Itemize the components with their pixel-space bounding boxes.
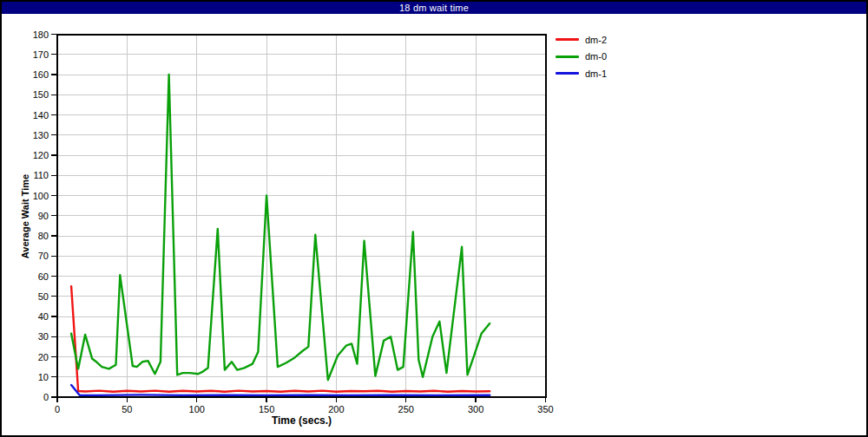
y-tick-label: 0 (43, 392, 49, 402)
legend-label: dm-1 (585, 68, 607, 79)
legend-swatch-dm-1 (556, 72, 579, 75)
y-tick-label: 150 (33, 89, 49, 100)
y-tick-label: 60 (38, 271, 49, 282)
legend-item-dm-0: dm-0 (556, 49, 607, 66)
x-tick-label: 100 (189, 404, 205, 414)
y-axis: 0102030405060708090100110120130140150160… (33, 29, 57, 403)
y-tick-label: 170 (33, 49, 49, 60)
y-tick-label: 50 (38, 291, 49, 302)
series-line-dm-0 (71, 75, 490, 380)
y-tick-label: 160 (33, 69, 49, 80)
y-tick-label: 100 (33, 191, 49, 201)
y-tick-label: 140 (33, 110, 49, 121)
x-tick-label: 300 (468, 404, 483, 414)
x-tick-label: 150 (259, 404, 274, 414)
x-tick-label: 0 (55, 404, 60, 414)
legend-item-dm-2: dm-2 (556, 31, 607, 49)
x-axis-title: Time (secs.) (57, 414, 546, 427)
legend-swatch-dm-0 (556, 55, 579, 58)
chart-window: 18 dm wait time 010203040506070809010011… (0, 0, 868, 437)
legend: dm-2dm-0dm-1 (556, 31, 607, 82)
y-tick-label: 20 (38, 352, 49, 362)
x-tick-label: 350 (537, 404, 553, 414)
y-tick-label: 30 (38, 331, 49, 342)
y-tick-label: 40 (38, 311, 49, 322)
y-tick-label: 90 (38, 211, 49, 221)
y-tick-label: 10 (38, 372, 49, 382)
y-tick-label: 80 (38, 231, 49, 241)
x-axis: 050100150200250300350 (55, 397, 554, 414)
legend-label: dm-2 (585, 35, 607, 45)
x-tick-label: 250 (398, 404, 414, 414)
y-tick-label: 130 (33, 130, 49, 140)
legend-label: dm-0 (585, 51, 607, 62)
y-tick-label: 70 (38, 251, 49, 261)
x-tick-label: 50 (122, 404, 132, 414)
y-tick-label: 120 (33, 150, 49, 160)
x-tick-label: 200 (328, 404, 344, 414)
series-line-dm-2 (71, 286, 490, 392)
y-axis-title: Average Wait Time (20, 147, 31, 286)
legend-item-dm-1: dm-1 (556, 65, 607, 82)
legend-swatch-dm-2 (556, 38, 579, 41)
gridlines (57, 35, 546, 398)
y-tick-label: 180 (33, 29, 49, 40)
line-chart: 0102030405060708090100110120130140150160… (2, 2, 868, 437)
y-tick-label: 110 (33, 170, 49, 180)
